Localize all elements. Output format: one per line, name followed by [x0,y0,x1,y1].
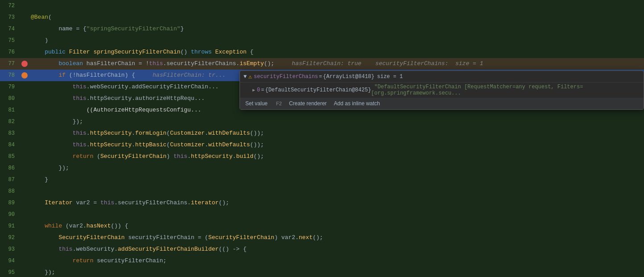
line-number: 85 [0,153,20,160]
line-number: 86 [0,165,20,171]
code-line: 75 ) [0,35,644,46]
line-content: return securityFilterChain; [29,255,644,267]
line-number: 88 [0,188,20,194]
popup-child-ref: {DefaultSecurityFilterChain@8425} [265,87,371,93]
line-number: 77 [0,61,20,67]
code-line: 72 [0,0,644,12]
popup-equals: = [319,74,322,80]
line-content: return (SecurityFilterChain) this.httpSe… [29,151,644,162]
code-line: 86 }); [0,162,644,174]
line-number: 81 [0,107,20,113]
add-inline-watch-action[interactable]: Add as inline watch [334,100,380,107]
code-line: 85 return (SecurityFilterChain) this.htt… [0,151,644,162]
code-line: 92 SecurityFilterChain securityFilterCha… [0,232,644,244]
line-number: 82 [0,119,20,125]
line-content: while (var2.hasNext()) { [29,220,644,232]
line-content: }); [29,162,644,174]
line-content: public Filter springSecurityFilterChain(… [29,46,644,58]
line-content: }); [29,267,644,277]
set-value-action[interactable]: Set value [245,100,268,107]
warning-icon: ⚠ [248,73,252,80]
line-content: @Bean( [29,12,644,23]
code-line: 74 name = {"springSecurityFilterChain"} [0,23,644,35]
code-line: 76 public Filter springSecurityFilterCha… [0,46,644,58]
code-line: 87 } [0,174,644,186]
line-number: 75 [0,37,20,44]
line-content: this.httpSecurity.httpBasic(Customizer.w… [29,139,644,151]
popup-child-equals: = [261,87,264,93]
line-number: 80 [0,95,20,102]
code-line-breakpoint: 77 boolean hasFilterChain = !this.securi… [0,58,644,70]
line-number: 73 [0,14,20,21]
code-line: 90 [0,209,644,220]
line-content: }); [29,116,644,128]
popup-size: size = 1 [377,74,403,80]
debug-popup: ▼ ⚠ securityFilterChains = {ArrayList@84… [239,70,644,110]
line-number: 78 [0,72,20,79]
debug-icon [21,72,28,79]
line-number: 93 [0,246,20,252]
line-content: name = {"springSecurityFilterChain"} [29,23,644,35]
line-content: SecurityFilterChain securityFilterChain … [29,232,644,244]
popup-actions-row: Set value F2 Create renderer Add as inli… [240,98,644,109]
popup-var-name: securityFilterChains [254,74,318,80]
popup-child-row[interactable]: ▶ 0 = {DefaultSecurityFilterChain@8425} … [240,83,644,98]
code-lines: 72 73 @Bean( 74 name = {"springSecurityF… [0,0,644,277]
line-number: 92 [0,235,20,241]
code-line: 84 this.httpSecurity.httpBasic(Customize… [0,139,644,151]
set-value-key: F2 [276,101,282,106]
code-line: 82 }); [0,116,644,128]
line-number: 79 [0,84,20,90]
line-content: Iterator var2 = this.securityFilterChain… [29,197,644,209]
child-expand-icon[interactable]: ▶ [252,87,255,93]
code-line: 89 Iterator var2 = this.securityFilterCh… [0,197,644,209]
line-content: boolean hasFilterChain = !this.securityF… [29,58,644,70]
popup-root-row[interactable]: ▼ ⚠ securityFilterChains = {ArrayList@84… [240,71,644,83]
line-gutter [20,72,29,79]
line-number: 72 [0,3,20,9]
line-gutter [20,61,29,67]
line-number: 87 [0,177,20,183]
line-content: } [29,174,644,186]
expand-icon[interactable]: ▼ [244,74,247,80]
popup-ref: {ArrayList@8418} [323,74,374,80]
line-content: this.httpSecurity.formLogin(Customizer.w… [29,128,644,139]
code-line: 95 }); [0,267,644,277]
code-line: 94 return securityFilterChain; [0,255,644,267]
line-number: 94 [0,258,20,264]
code-line: 88 [0,186,644,197]
popup-child-value: "DefaultSecurityFilterChain [RequestMatc… [371,84,640,96]
create-renderer-action[interactable]: Create renderer [289,100,327,107]
breakpoint-icon [21,61,28,67]
line-content: ) [29,35,644,46]
line-number: 90 [0,211,20,218]
line-number: 95 [0,269,20,276]
line-number: 84 [0,142,20,148]
line-number: 89 [0,200,20,206]
line-number: 91 [0,223,20,229]
popup-child-index: 0 [257,87,260,93]
code-line: 93 this.webSecurity.addSecurityFilterCha… [0,244,644,255]
code-line: 83 this.httpSecurity.formLogin(Customize… [0,128,644,139]
code-editor: 72 73 @Bean( 74 name = {"springSecurityF… [0,0,644,277]
line-number: 83 [0,130,20,136]
code-line: 73 @Bean( [0,12,644,23]
line-content: this.webSecurity.addSecurityFilterChainB… [29,244,644,255]
code-line: 91 while (var2.hasNext()) { [0,220,644,232]
line-number: 74 [0,26,20,32]
line-number: 76 [0,49,20,55]
